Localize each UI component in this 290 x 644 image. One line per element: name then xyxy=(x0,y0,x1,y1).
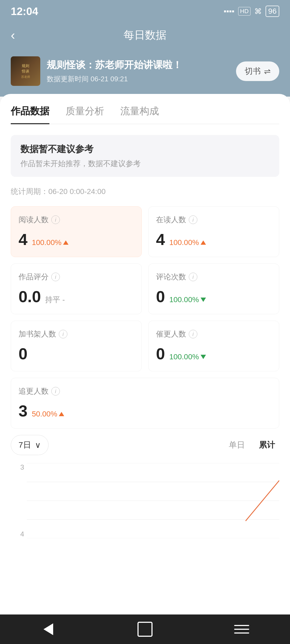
stat-label-pingfen: 作品评分 i xyxy=(19,272,134,282)
info-icon-zaidu[interactable]: i xyxy=(189,215,197,224)
stat-change-yuedu: 100.00% xyxy=(32,238,68,247)
stat-card-cuigeng: 催更人数 i 0 100.00% xyxy=(148,321,279,371)
chevron-down-icon: ∨ xyxy=(35,440,41,450)
stat-label-yuedu: 阅读人数 i xyxy=(19,215,134,225)
stat-card-zaiду: 在读人数 i 4 100.00% xyxy=(148,206,279,257)
hd-icon: HD xyxy=(238,7,251,16)
view-toggle: 单日 累计 xyxy=(224,437,279,453)
view-btn-cumulative[interactable]: 累计 xyxy=(255,437,279,453)
stats-row-3: 加书架人数 i 0 催更人数 i 0 100.00% xyxy=(11,321,279,371)
stat-card-pingfen: 作品评分 i 0.0 持平 - xyxy=(11,264,142,314)
main-content: 作品数据 质量分析 流量构成 数据暂不建议参考 作品暂未开始推荐，数据不建议参考… xyxy=(0,94,290,631)
stats-row-2: 作品评分 i 0.0 持平 - 评论次数 i 0 100.00% xyxy=(11,264,279,314)
chart-canvas xyxy=(27,463,279,538)
nav-back-button[interactable] xyxy=(38,619,59,640)
signal-icon: ▪▪▪▪ xyxy=(224,7,234,16)
stat-number-pinglun: 0 xyxy=(156,287,165,306)
book-details: 规则怪谈：苏老师开始讲课啦！ 数据更新时间 06-21 09:21 xyxy=(47,58,230,84)
arrow-up-icon-zaidu xyxy=(201,240,206,245)
stat-card-yuedu: 阅读人数 i 4 100.00% xyxy=(11,206,142,257)
stat-value-row-cuigeng: 0 100.00% xyxy=(156,345,271,363)
stat-card-jiashu: 加书架人数 i 0 xyxy=(11,321,142,371)
arrow-down-icon-pinglun xyxy=(201,298,206,302)
nav-menu-button[interactable] xyxy=(231,619,252,640)
stat-value-row-pinglun: 0 100.00% xyxy=(156,287,271,306)
stat-change-pingfen: 持平 - xyxy=(45,295,65,305)
info-icon-jiashu[interactable]: i xyxy=(59,330,67,338)
status-time: 12:04 xyxy=(11,5,38,17)
info-icon-pinglun[interactable]: i xyxy=(189,273,197,281)
period-label: 统计周期：06-20 0:00-24:00 xyxy=(11,186,279,197)
chart-svg xyxy=(27,463,279,538)
stat-value-row-yuedu: 4 100.00% xyxy=(19,230,134,249)
tab-zhiliang-fenxi[interactable]: 质量分析 xyxy=(66,105,104,124)
page-title: 每日数据 xyxy=(124,28,166,42)
info-icon-zhuigeng[interactable]: i xyxy=(51,387,60,396)
stat-change-zaidu: 100.00% xyxy=(169,238,206,247)
book-title: 规则怪谈：苏老师开始讲课啦！ xyxy=(47,58,230,72)
stat-number-jiashu: 0 xyxy=(19,345,27,363)
stat-value-row-pingfen: 0.0 持平 - xyxy=(19,287,134,306)
info-icon-pingfen[interactable]: i xyxy=(51,273,60,281)
book-cover: 规则怪谈 苏老师 xyxy=(11,56,40,86)
status-icons: ▪▪▪▪ HD ⌘ 96 xyxy=(224,6,279,17)
stat-number-zhuigeng: 3 xyxy=(19,402,27,420)
notice-title: 数据暂不建议参考 xyxy=(20,143,270,155)
stat-label-pinglun: 评论次数 i xyxy=(156,272,271,282)
stat-value-row-zaidu: 4 100.00% xyxy=(156,230,271,249)
switch-book-button[interactable]: 切书 ⇌ xyxy=(236,61,279,81)
book-info-bar: 规则怪谈 苏老师 规则怪谈：苏老师开始讲课啦！ 数据更新时间 06-21 09:… xyxy=(0,51,290,97)
stat-value-row-zhuigeng: 3 50.00% xyxy=(19,402,271,420)
stat-change-zhuigeng: 50.00% xyxy=(32,410,64,418)
stat-number-zaidu: 4 xyxy=(156,230,165,249)
tab-liuliang-goucheng[interactable]: 流量构成 xyxy=(120,105,159,124)
chart-y-labels: 4 3 xyxy=(11,463,24,544)
nav-menu-icon xyxy=(234,625,249,634)
chart-controls: 7日 ∨ 单日 累计 xyxy=(11,435,279,455)
stat-label-zhuigeng: 追更人数 i xyxy=(19,386,271,396)
nav-home-button[interactable] xyxy=(134,619,156,640)
info-icon-yuedu[interactable]: i xyxy=(51,215,60,224)
stat-value-row-jiashu: 0 xyxy=(19,345,134,363)
chart-y-label-4: 4 xyxy=(11,530,24,538)
stat-label-jiashu: 加书架人数 i xyxy=(19,329,134,339)
stats-row-1: 阅读人数 i 4 100.00% 在读人数 i 4 100.00% xyxy=(11,206,279,257)
wifi-icon: ⌘ xyxy=(254,7,262,16)
nav-back-icon xyxy=(44,623,53,635)
chart-y-label-3: 3 xyxy=(11,463,24,471)
chart-area: 4 3 xyxy=(11,463,279,544)
stat-label-cuigeng: 催更人数 i xyxy=(156,329,271,339)
stat-number-yuedu: 4 xyxy=(19,230,27,249)
tab-zuopin-shuju[interactable]: 作品数据 xyxy=(11,105,49,124)
period-dropdown[interactable]: 7日 ∨ xyxy=(11,435,49,455)
tabs-bar: 作品数据 质量分析 流量构成 xyxy=(11,105,279,124)
book-update-time: 数据更新时间 06-21 09:21 xyxy=(47,74,230,84)
status-bar: 12:04 ▪▪▪▪ HD ⌘ 96 xyxy=(0,0,290,21)
arrow-up-icon-yuedu xyxy=(63,240,68,245)
stat-number-cuigeng: 0 xyxy=(156,345,165,363)
stat-change-pinglun: 100.00% xyxy=(169,295,206,304)
arrow-down-icon-cuigeng xyxy=(201,355,206,359)
header: ‹ 每日数据 xyxy=(0,21,290,51)
back-button[interactable]: ‹ xyxy=(11,28,15,42)
info-icon-cuigeng[interactable]: i xyxy=(189,330,197,338)
stat-card-zhuigeng: 追更人数 i 3 50.00% xyxy=(11,378,279,429)
bottom-nav xyxy=(0,614,290,644)
battery-icon: 96 xyxy=(266,6,279,17)
stat-number-pingfen: 0.0 xyxy=(19,287,41,306)
view-btn-single[interactable]: 单日 xyxy=(224,437,249,453)
stat-change-cuigeng: 100.00% xyxy=(169,353,206,361)
notice-box: 数据暂不建议参考 作品暂未开始推荐，数据不建议参考 xyxy=(11,135,279,177)
nav-home-icon xyxy=(137,622,153,637)
arrow-up-icon-zhuigeng xyxy=(59,412,64,416)
stat-card-pinglun: 评论次数 i 0 100.00% xyxy=(148,264,279,314)
stat-label-zaidu: 在读人数 i xyxy=(156,215,271,225)
notice-desc: 作品暂未开始推荐，数据不建议参考 xyxy=(20,159,270,169)
